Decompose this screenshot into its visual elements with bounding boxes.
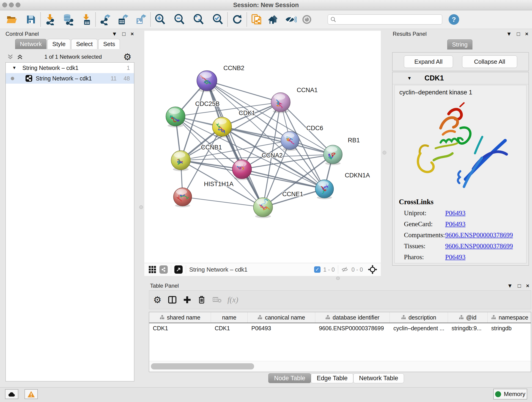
column-header-shared-name[interactable]: shared name xyxy=(149,312,211,323)
network-row-selected[interactable]: String Network – cdk1 11 48 xyxy=(6,73,134,84)
birds-eye-grid-icon[interactable] xyxy=(148,266,156,274)
network-view-canvas[interactable]: CCNB2CCNA1CDC25BCDK1CDC6RB1CCNB1CCNA2CDK… xyxy=(144,31,381,263)
expand-all-button[interactable]: Expand All xyxy=(404,56,453,68)
table-panel-float-icon[interactable]: □ xyxy=(518,283,521,289)
tab-sets[interactable]: Sets xyxy=(98,39,120,49)
open-session-button[interactable] xyxy=(5,13,18,26)
tab-network-table[interactable]: Network Table xyxy=(353,373,404,383)
right-splitter-handle[interactable] xyxy=(383,151,386,154)
import-network-from-database-button[interactable] xyxy=(61,13,75,26)
results-panel-close-icon[interactable]: × xyxy=(525,31,528,37)
node-CDC6[interactable] xyxy=(281,131,299,151)
table-panel-close-icon[interactable]: × xyxy=(526,283,529,289)
node-CCNA1[interactable] xyxy=(271,93,290,113)
tab-string[interactable]: String xyxy=(447,39,472,50)
create-column-plus-icon[interactable] xyxy=(183,296,191,304)
export-image-button[interactable] xyxy=(134,13,147,26)
warnings-button[interactable] xyxy=(25,389,38,399)
crosslink-value-link[interactable]: P06493 xyxy=(445,209,466,217)
zoom-out-button[interactable] xyxy=(173,13,186,26)
window-minimize-dot[interactable] xyxy=(9,2,14,7)
node-CCNE1[interactable] xyxy=(253,198,273,218)
import-network-button[interactable] xyxy=(44,13,57,26)
help-button[interactable]: ? xyxy=(449,14,459,25)
table-cell[interactable]: 9606.ENSP00000378699 xyxy=(315,323,390,333)
export-network-button[interactable] xyxy=(99,13,112,26)
scrollbar-thumb[interactable] xyxy=(151,363,254,370)
node-CDKN1A[interactable] xyxy=(315,180,334,199)
refresh-button[interactable] xyxy=(230,13,244,26)
zoom-selected-button[interactable] xyxy=(211,13,225,26)
node-CCNA2[interactable] xyxy=(232,160,252,180)
tab-node-table[interactable]: Node Table xyxy=(268,373,311,383)
crosslink-value-link[interactable]: 9606.ENSP00000378699 xyxy=(445,242,513,250)
node-RB1[interactable] xyxy=(323,145,342,165)
table-options-gear-icon[interactable]: ⚙ xyxy=(153,295,162,304)
results-panel-menu-caret[interactable]: ▼ xyxy=(506,31,512,37)
import-table-button[interactable] xyxy=(79,13,93,26)
table-cell[interactable]: P06493 xyxy=(248,323,315,333)
delete-column-trash-icon[interactable] xyxy=(198,295,206,304)
left-splitter-handle[interactable] xyxy=(139,205,143,209)
edge-HIST1H1A-CCNE1[interactable] xyxy=(183,197,263,207)
tree-expander-icon[interactable]: ▼ xyxy=(12,65,17,70)
table-row[interactable]: CDK1CDK1P064939606.ENSP00000378699cyclin… xyxy=(149,323,531,333)
export-table-button[interactable] xyxy=(116,13,130,26)
table-cell[interactable]: stringdb:9... xyxy=(448,323,488,333)
table-cell[interactable]: CDK1 xyxy=(211,323,248,333)
table-panel-menu-caret[interactable]: ▼ xyxy=(507,283,513,289)
show-hide-button[interactable] xyxy=(284,13,298,26)
tab-style[interactable]: Style xyxy=(47,39,70,49)
zoom-in-button[interactable] xyxy=(153,13,167,26)
node-section-header[interactable]: ▼ CDK1 xyxy=(393,72,529,84)
tab-edge-table[interactable]: Edge Table xyxy=(311,373,353,383)
table-cell[interactable]: CDK1 xyxy=(149,323,211,333)
cloud-button[interactable] xyxy=(5,389,18,399)
horizontal-scrollbar[interactable] xyxy=(149,361,531,372)
expand-all-networks-icon[interactable] xyxy=(17,54,23,60)
toolbar-search[interactable] xyxy=(328,14,442,25)
column-header-canonical-name[interactable]: canonical name xyxy=(248,312,315,323)
results-panel-float-icon[interactable]: □ xyxy=(517,31,520,37)
section-expander-icon[interactable]: ▼ xyxy=(407,76,412,81)
network-options-gear-icon[interactable]: ⚙ xyxy=(123,52,132,61)
edge-RB1-CCNB1[interactable] xyxy=(181,154,333,160)
show-columns-icon[interactable] xyxy=(168,295,177,304)
open-in-new-window-button[interactable] xyxy=(174,265,183,274)
tab-select[interactable]: Select xyxy=(71,39,97,49)
string-documents-button[interactable] xyxy=(250,13,263,26)
table-cell[interactable]: stringdb xyxy=(488,323,531,333)
node-CDC25B[interactable] xyxy=(166,107,185,127)
control-panel-float-icon[interactable]: □ xyxy=(122,31,126,37)
control-panel-menu-caret[interactable]: ▼ xyxy=(112,31,117,37)
move-crosshair-icon[interactable] xyxy=(368,265,377,274)
save-session-button[interactable] xyxy=(24,13,38,26)
node-CCNB1[interactable] xyxy=(171,151,190,171)
crosslink-value-link[interactable]: P06493 xyxy=(445,220,466,228)
collapse-all-button[interactable]: Collapse All xyxy=(462,56,517,68)
column-header-database-identifier[interactable]: database identifier xyxy=(315,312,390,323)
tab-network[interactable]: Network xyxy=(15,39,46,49)
table-cell[interactable]: cyclin–dependent ... xyxy=(390,323,448,333)
string-home-button[interactable] xyxy=(268,13,281,26)
window-close-dot[interactable] xyxy=(2,2,7,7)
column-header--id[interactable]: @id xyxy=(448,312,488,323)
selected-checkbox-icon[interactable]: ✓ xyxy=(314,266,321,273)
search-input[interactable] xyxy=(336,16,440,23)
crosslink-value-link[interactable]: 9606.ENSP00000378699 xyxy=(445,231,513,239)
column-header-name[interactable]: name xyxy=(211,312,248,323)
memory-button[interactable]: Memory xyxy=(493,389,527,400)
hide-others-button[interactable] xyxy=(301,13,314,26)
node-HIST1H1A[interactable] xyxy=(173,188,192,207)
network-collection-row[interactable]: ▼ String Network – cdk1 1 xyxy=(6,63,134,73)
column-header-namespace[interactable]: namespace xyxy=(488,312,531,323)
column-header-description[interactable]: description xyxy=(390,312,448,323)
edge-CCNB2-CCNA1[interactable] xyxy=(207,81,281,102)
zoom-fit-button[interactable] xyxy=(192,13,205,26)
collapse-all-networks-icon[interactable] xyxy=(7,54,13,60)
node-table[interactable]: shared namenamecanonical namedatabase id… xyxy=(149,312,531,372)
window-zoom-dot[interactable] xyxy=(16,2,20,7)
crosslink-value-link[interactable]: P06493 xyxy=(445,253,466,261)
control-panel-close-icon[interactable]: × xyxy=(131,31,134,37)
network-graph[interactable]: CCNB2CCNA1CDC25BCDK1CDC6RB1CCNB1CCNA2CDK… xyxy=(144,31,381,263)
